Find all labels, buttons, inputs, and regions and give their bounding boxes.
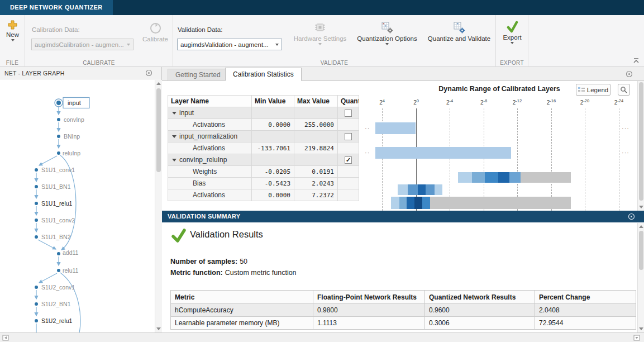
svg-text:S1U2_conv1: S1U2_conv1 <box>41 284 75 291</box>
col-layer-name[interactable]: Layer Name <box>168 96 252 107</box>
svg-text:input: input <box>68 99 81 106</box>
graph-node-convInp[interactable]: convInp <box>57 116 84 123</box>
graph-node-S1U2_BN1[interactable]: S1U2_BN1 <box>35 301 71 307</box>
graph-scrollbar[interactable] <box>155 80 162 332</box>
gridline <box>585 108 585 211</box>
calibration-data-dropdown[interactable]: augimdsCalibration - augmen... <box>31 39 133 50</box>
tab-calibration-statistics[interactable]: Calibration Statistics <box>225 68 302 81</box>
tab-getting-started[interactable]: Getting Started <box>168 69 228 81</box>
range-bar-segment <box>422 197 430 209</box>
panel-actions-icon[interactable] <box>145 69 152 77</box>
validation-results-title: Validation Results <box>190 229 263 240</box>
validation-scrollbar[interactable] <box>637 223 644 332</box>
graph-node-BNInp[interactable]: BNInp <box>57 133 80 140</box>
collapse-toolstrip-button[interactable] <box>632 56 641 64</box>
col-fp-results[interactable]: Floating-Point Network Results <box>313 291 425 304</box>
table-row[interactable]: Bias-0.54232.0243 <box>168 178 359 189</box>
graph-node-S1U1_conv2[interactable]: S1U1_conv2 <box>35 217 75 224</box>
svg-text:convInp: convInp <box>64 116 84 123</box>
table-row[interactable]: Activations0.0000255.0000 <box>168 119 359 131</box>
validation-data-label: Validation Data: <box>178 26 222 33</box>
expander-icon[interactable] <box>172 135 176 138</box>
calibration-data-label: Calibration Data: <box>32 26 80 33</box>
calibrate-button[interactable]: Calibrate <box>140 22 171 42</box>
export-button[interactable]: Export <box>500 21 524 44</box>
scrollbar-thumb[interactable] <box>639 82 643 201</box>
quantize-and-validate-button[interactable]: Quantize and Validate <box>423 21 495 42</box>
graph-node-S1U2_conv1[interactable]: S1U2_conv1 <box>35 284 75 291</box>
validation-data-dropdown[interactable]: augimdsValidation - augment... <box>177 39 282 50</box>
graph-node-S1U2_relu1[interactable]: S1U2_relu1 <box>35 317 73 324</box>
col-min-value[interactable]: Min Value <box>252 96 294 107</box>
table-row[interactable]: Activations-133.7061219.8824 <box>168 142 359 154</box>
quantize-checkbox[interactable] <box>345 133 352 140</box>
range-bar-segment <box>399 197 407 209</box>
validation-results-table: Metric Floating-Point Network Results Qu… <box>170 290 636 330</box>
svg-text:reluInp: reluInp <box>63 150 80 156</box>
gridline <box>484 108 484 211</box>
expander-icon[interactable] <box>172 112 176 115</box>
quantize-checkbox[interactable]: ✓ <box>345 156 352 164</box>
range-bar-segment <box>485 172 498 183</box>
file-section-label: FILE <box>0 60 25 66</box>
titlebar: DEEP NETWORK QUANTIZER <box>0 0 644 15</box>
scrollbar-thumb[interactable] <box>156 88 161 172</box>
new-button[interactable]: New <box>2 20 23 41</box>
legend-icon <box>578 87 585 93</box>
graph-node-input[interactable]: input <box>55 98 89 108</box>
scrollbar-up-arrow[interactable] <box>638 223 644 230</box>
col-metric[interactable]: Metric <box>171 291 313 304</box>
layer-graph-panel: NET - LAYER GRAPH <box>0 67 162 332</box>
col-percent-change[interactable]: Percent Change <box>535 291 636 304</box>
x-tick-label: 2-16 <box>543 98 559 106</box>
table-row[interactable]: input_normalization <box>168 131 359 142</box>
scrollbar-down-arrow[interactable] <box>638 203 644 211</box>
graph-node-S1U1_relu1[interactable]: S1U1_relu1 <box>35 200 73 207</box>
calibrate-icon <box>149 22 162 35</box>
scrollbar-down-arrow[interactable] <box>155 325 162 332</box>
tabstrip-actions-icon[interactable] <box>626 70 633 78</box>
samples-line: Number of samples:50 <box>170 258 247 265</box>
range-bar-segment <box>398 184 408 195</box>
quantization-options-button[interactable]: Quantization Options <box>355 21 419 45</box>
graph-node-S1U1_BN1[interactable]: S1U1_BN1 <box>35 183 71 190</box>
hardware-settings-button[interactable]: Hardware Settings <box>288 21 352 45</box>
layer-graph-panel-header: NET - LAYER GRAPH <box>0 67 161 79</box>
table-row[interactable]: Weights-0.02050.0191 <box>168 166 359 178</box>
layer-graph-canvas[interactable]: input convInp BNInp reluInp S1U1_conv1 S… <box>0 80 154 332</box>
quantize-checkbox[interactable] <box>345 110 352 117</box>
dropdown-caret-icon <box>127 44 130 46</box>
table-header-row: Metric Floating-Point Network Results Qu… <box>171 291 636 304</box>
table-row[interactable]: Activations0.00007.2372 <box>168 189 359 201</box>
graph-node-S1U1_BN2[interactable]: S1U1_BN2 <box>35 234 71 240</box>
col-max-value[interactable]: Max Value <box>294 96 338 107</box>
range-bar-segment <box>458 172 472 183</box>
expander-icon[interactable] <box>172 159 176 162</box>
legend-button[interactable]: Legend <box>576 84 610 96</box>
range-bar-segment <box>375 147 511 159</box>
table-row[interactable]: convInp_reluInp✓ <box>168 154 359 166</box>
svg-text:S1U1_BN1: S1U1_BN1 <box>41 183 71 190</box>
dock-bottom-icon[interactable] <box>633 334 641 341</box>
calibrate-section-label: CALIBRATE <box>25 60 173 66</box>
stats-scrollbar[interactable] <box>637 81 644 211</box>
validation-table-body: hComputeAccuracy0.98000.96002.0408Learna… <box>171 304 636 330</box>
range-bar-segment <box>509 172 521 183</box>
app-tab[interactable]: DEEP NETWORK QUANTIZER <box>0 0 113 15</box>
panel-actions-icon[interactable] <box>628 213 635 220</box>
scrollbar-thumb[interactable] <box>639 231 643 270</box>
graph-node-add11[interactable]: add11 <box>57 249 79 256</box>
zoom-button[interactable] <box>618 84 630 96</box>
scrollbar-up-arrow[interactable] <box>155 80 162 87</box>
graph-node-S1U1_conv1[interactable]: S1U1_conv1 <box>35 167 75 173</box>
scrollbar-down-arrow[interactable] <box>638 325 644 332</box>
table-row[interactable]: input <box>168 107 359 119</box>
col-quantize[interactable]: Quant <box>338 96 359 107</box>
table-row[interactable]: Learnable parameter memory (MB)1.11130.3… <box>171 317 636 330</box>
col-quantized-results[interactable]: Quantized Network Results <box>425 291 535 304</box>
table-row[interactable]: hComputeAccuracy0.98000.96002.0408 <box>171 304 636 317</box>
graph-node-relu11[interactable]: relu11 <box>57 267 79 274</box>
validate-section: Validation Data: augimdsValidation - aug… <box>173 15 496 67</box>
dock-left-icon[interactable] <box>2 334 9 341</box>
calibration-statistics-panel: Layer Name Min Value Max Value Quant inp… <box>162 81 644 211</box>
